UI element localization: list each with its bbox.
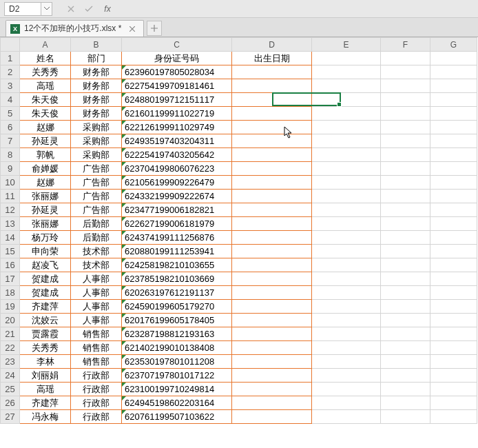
cell[interactable] xyxy=(430,162,477,176)
cell[interactable] xyxy=(312,162,381,176)
accept-formula-button[interactable] xyxy=(80,2,98,16)
cell[interactable] xyxy=(312,258,381,272)
cell[interactable] xyxy=(232,410,312,424)
document-tab[interactable]: X 12个不加班的小技巧.xlsx * xyxy=(6,20,144,37)
cell[interactable] xyxy=(430,134,477,148)
cell[interactable]: 623704199806076223 xyxy=(122,162,232,176)
cell[interactable]: 624945198602203164 xyxy=(122,396,232,410)
cell[interactable] xyxy=(232,327,312,341)
cell[interactable]: 姓名 xyxy=(20,52,71,65)
cell[interactable]: 齐建萍 xyxy=(20,396,71,410)
cell[interactable]: 622126199911029749 xyxy=(122,121,232,134)
row-header[interactable]: 10 xyxy=(1,176,20,190)
cell[interactable] xyxy=(430,410,477,424)
cell[interactable] xyxy=(312,134,381,148)
name-box-dropdown[interactable] xyxy=(41,2,52,16)
cell[interactable] xyxy=(232,134,312,148)
cancel-formula-button[interactable] xyxy=(62,2,80,16)
row-header[interactable]: 17 xyxy=(1,272,20,286)
cell[interactable] xyxy=(232,231,312,245)
row-header[interactable]: 16 xyxy=(1,258,20,272)
cell[interactable] xyxy=(381,65,430,79)
cell[interactable] xyxy=(312,148,381,162)
cell[interactable]: 624258198210103655 xyxy=(122,258,232,272)
cell[interactable]: 621601199911022719 xyxy=(122,107,232,121)
cell[interactable] xyxy=(312,396,381,410)
cell[interactable] xyxy=(232,203,312,217)
row-header[interactable]: 20 xyxy=(1,314,20,327)
cell[interactable] xyxy=(312,65,381,79)
cell[interactable]: 623707197801017122 xyxy=(122,369,232,383)
cell[interactable] xyxy=(312,383,381,396)
row-header[interactable]: 1 xyxy=(1,52,20,65)
cell[interactable] xyxy=(381,176,430,190)
cell[interactable] xyxy=(430,231,477,245)
cell[interactable] xyxy=(232,148,312,162)
row-header[interactable]: 5 xyxy=(1,107,20,121)
cell[interactable] xyxy=(312,93,381,107)
cell[interactable] xyxy=(312,52,381,65)
cell[interactable] xyxy=(430,176,477,190)
cell[interactable]: 623100199710249814 xyxy=(122,383,232,396)
row-header[interactable]: 2 xyxy=(1,65,20,79)
cell[interactable]: 624590199605179270 xyxy=(122,300,232,314)
cell[interactable] xyxy=(430,383,477,396)
row-header[interactable]: 27 xyxy=(1,410,20,424)
cell[interactable] xyxy=(430,300,477,314)
cell[interactable] xyxy=(232,176,312,190)
cell[interactable] xyxy=(430,327,477,341)
cell[interactable]: 关秀秀 xyxy=(20,341,71,355)
cell[interactable]: 623477199006182821 xyxy=(122,203,232,217)
cell[interactable]: 高瑶 xyxy=(20,383,71,396)
row-header[interactable]: 23 xyxy=(1,355,20,369)
cell[interactable] xyxy=(381,79,430,93)
cell[interactable]: 广告部 xyxy=(71,203,122,217)
cell[interactable]: 孙延灵 xyxy=(20,134,71,148)
cell[interactable] xyxy=(312,203,381,217)
cell[interactable]: 技术部 xyxy=(71,245,122,258)
cell[interactable] xyxy=(381,203,430,217)
cell[interactable] xyxy=(430,79,477,93)
cell[interactable] xyxy=(381,134,430,148)
column-header[interactable]: E xyxy=(312,38,381,52)
cell[interactable] xyxy=(232,314,312,327)
cell[interactable] xyxy=(232,79,312,93)
cell[interactable] xyxy=(312,355,381,369)
cell[interactable]: 广告部 xyxy=(71,176,122,190)
row-header[interactable]: 18 xyxy=(1,286,20,300)
row-header[interactable]: 8 xyxy=(1,148,20,162)
cell[interactable] xyxy=(312,369,381,383)
cell[interactable]: 财务部 xyxy=(71,79,122,93)
cell[interactable] xyxy=(232,300,312,314)
cell[interactable]: 朱天俊 xyxy=(20,93,71,107)
cell[interactable]: 关秀秀 xyxy=(20,65,71,79)
cell[interactable] xyxy=(381,93,430,107)
formula-input[interactable] xyxy=(116,2,478,16)
cell[interactable] xyxy=(232,217,312,231)
cell[interactable] xyxy=(312,121,381,134)
cell[interactable] xyxy=(312,217,381,231)
cell[interactable]: 销售部 xyxy=(71,341,122,355)
cell[interactable] xyxy=(381,327,430,341)
cell[interactable] xyxy=(312,314,381,327)
cell[interactable] xyxy=(232,396,312,410)
cell[interactable]: 人事部 xyxy=(71,272,122,286)
cell[interactable] xyxy=(232,121,312,134)
cell[interactable] xyxy=(232,383,312,396)
cell[interactable] xyxy=(312,176,381,190)
cell[interactable]: 出生日期 xyxy=(232,52,312,65)
row-header[interactable]: 24 xyxy=(1,369,20,383)
cell[interactable]: 高瑶 xyxy=(20,79,71,93)
cell[interactable] xyxy=(430,245,477,258)
cell[interactable] xyxy=(312,286,381,300)
cell[interactable] xyxy=(232,190,312,203)
cell[interactable]: 销售部 xyxy=(71,355,122,369)
cell[interactable]: 赵娜 xyxy=(20,176,71,190)
name-box[interactable]: D2 xyxy=(4,2,41,16)
cell[interactable] xyxy=(381,190,430,203)
cell[interactable]: 623287198812193163 xyxy=(122,327,232,341)
column-header[interactable]: C xyxy=(122,38,232,52)
cell[interactable]: 人事部 xyxy=(71,300,122,314)
cell[interactable]: 朱天俊 xyxy=(20,107,71,121)
row-header[interactable]: 4 xyxy=(1,93,20,107)
